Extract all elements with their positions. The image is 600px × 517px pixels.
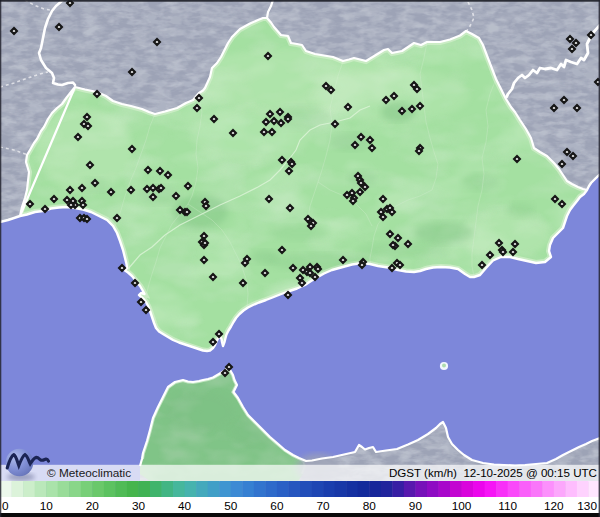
svg-text:110: 110 xyxy=(498,499,517,513)
svg-text:40: 40 xyxy=(178,499,192,513)
svg-text:10: 10 xyxy=(40,499,54,513)
svg-text:50: 50 xyxy=(224,499,238,513)
svg-text:100: 100 xyxy=(452,499,472,513)
svg-text:20: 20 xyxy=(86,499,100,513)
svg-text:60: 60 xyxy=(270,499,284,513)
svg-text:120: 120 xyxy=(544,499,564,513)
svg-text:0: 0 xyxy=(2,499,9,513)
svg-text:70: 70 xyxy=(317,499,331,513)
svg-text:DGST (km/h) 12-10-2025 @ 00:1: DGST (km/h) 12-10-2025 @ 00:15 UTC xyxy=(389,466,597,479)
svg-text:90: 90 xyxy=(409,499,423,513)
svg-text:30: 30 xyxy=(132,499,146,513)
svg-text:© Meteoclimatic: © Meteoclimatic xyxy=(47,466,131,480)
svg-text:80: 80 xyxy=(363,499,377,513)
svg-text:130: 130 xyxy=(577,499,597,513)
